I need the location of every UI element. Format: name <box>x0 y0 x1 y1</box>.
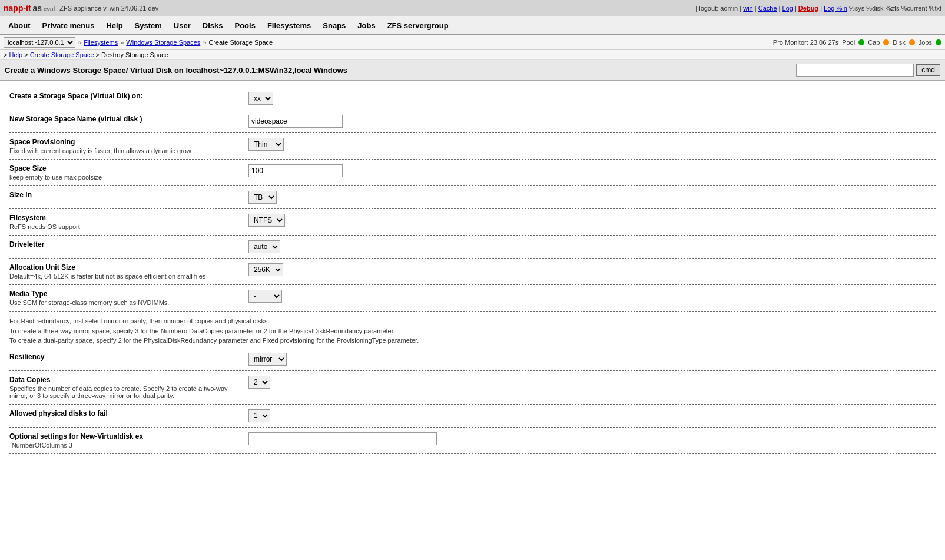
form-section-media-type: Media TypeUse SCM for storage-class memo… <box>9 285 936 312</box>
raid-info-text: For Raid redundancy, first select mirror… <box>9 312 936 348</box>
jobs-dot <box>936 39 941 45</box>
nav-jobs[interactable]: Jobs <box>352 18 381 34</box>
nav-user[interactable]: User <box>168 18 197 34</box>
win-link[interactable]: win <box>743 5 753 12</box>
sub-bc-create[interactable]: Create Storage Space <box>30 51 94 58</box>
label-col-storage-space-on: Create a Storage Space (Virtual Dik) on: <box>9 92 239 100</box>
label-col-allocation-unit-size: Allocation Unit SizeDefault=4k, 64-512K … <box>9 263 239 280</box>
nav-snaps[interactable]: Snaps <box>317 18 352 34</box>
logo-napp: napp-it <box>4 4 31 13</box>
label-col-driveletter: Driveletter <box>9 240 239 248</box>
control-col-filesystem: NTFSReFS <box>248 214 285 227</box>
form-section-storage-space-on: Create a Storage Space (Virtual Dik) on:… <box>9 87 936 110</box>
control-col-storage-space-on: xx <box>248 92 273 105</box>
form-section-data-copies: Data CopiesSpecifies the number of data … <box>9 371 936 405</box>
label-main-space-provisioning: Space Provisioning <box>9 138 239 146</box>
control-col-space-provisioning: ThinFixed <box>248 138 284 151</box>
label-col-space-size: Space Sizekeep empty to use max poolsize <box>9 164 239 181</box>
cap-label: Cap <box>868 39 880 46</box>
log-link[interactable]: Log <box>782 5 793 12</box>
label-col-allowed-physical-disks: Allowed physical disks to fail <box>9 409 239 417</box>
control-col-optional-settings <box>248 432 437 445</box>
cmd-button[interactable]: cmd <box>916 64 940 76</box>
debug-link[interactable]: Debug <box>798 5 818 12</box>
label-sub-space-size: keep empty to use max poolsize <box>9 174 239 181</box>
disk-label: Disk <box>893 39 905 46</box>
form-section-space-provisioning: Space ProvisioningFixed with current cap… <box>9 133 936 160</box>
breadcrumb-right: Pro Monitor: 23:06 27s Pool Cap Disk Job… <box>773 39 941 46</box>
label-sub-space-provisioning: Fixed with current capacity is faster, t… <box>9 147 239 154</box>
stats-text: %sys %disk %zfs %current %txt <box>849 5 941 12</box>
label-main-size-in: Size in <box>9 191 239 199</box>
control-col-media-type: -HDDSSDSCM <box>248 290 282 303</box>
label-col-media-type: Media TypeUse SCM for storage-class memo… <box>9 290 239 306</box>
space-provisioning-select[interactable]: ThinFixed <box>248 138 284 151</box>
nav-zfs-servergroup[interactable]: ZFS servergroup <box>382 18 455 34</box>
cmd-input[interactable] <box>796 64 914 77</box>
pool-dot <box>858 39 864 45</box>
breadcrumb-left: localhost~127.0.0.1 » Filesystems » Wind… <box>4 37 273 48</box>
resiliency-select[interactable]: mirrorsimpleparity <box>248 353 287 366</box>
label-sub-allocation-unit-size: Default=4k, 64-512K is faster but not as… <box>9 273 239 280</box>
space-size-input[interactable] <box>248 164 343 177</box>
label-main-resiliency: Resiliency <box>9 353 239 361</box>
breadcrumb-bar: localhost~127.0.0.1 » Filesystems » Wind… <box>0 35 945 50</box>
control-col-driveletter: auto <box>248 240 280 253</box>
allocation-unit-size-select[interactable]: 256K4K8K16K32K64K128K512K <box>248 263 283 276</box>
label-col-data-copies: Data CopiesSpecifies the number of data … <box>9 376 239 399</box>
pool-label: Pool <box>842 39 855 46</box>
form-section-storage-space-name: New Storage Space Name (virtual disk ) <box>9 110 936 133</box>
sub-bc-destroy: Destroy Storage Space <box>101 51 168 58</box>
filesystem-select[interactable]: NTFSReFS <box>248 214 285 227</box>
media-type-select[interactable]: -HDDSSDSCM <box>248 290 282 303</box>
label-col-space-provisioning: Space ProvisioningFixed with current cap… <box>9 138 239 154</box>
label-col-filesystem: FilesystemReFS needs OS support <box>9 214 239 230</box>
nav-about[interactable]: About <box>2 18 37 34</box>
sub-bc-help[interactable]: Help <box>9 51 22 58</box>
page-title: Create a Windows Storage Space/ Virtual … <box>5 66 347 75</box>
bc-windows-storage[interactable]: Windows Storage Spaces <box>126 39 200 46</box>
form-section-allowed-physical-disks: Allowed physical disks to fail12 <box>9 405 936 428</box>
nav-disks[interactable]: Disks <box>197 18 229 34</box>
form-section-allocation-unit-size: Allocation Unit SizeDefault=4k, 64-512K … <box>9 259 936 285</box>
logout-label: | logout: admin <box>695 5 738 12</box>
label-col-storage-space-name: New Storage Space Name (virtual disk ) <box>9 115 239 123</box>
form-section-driveletter: Driveletterauto <box>9 236 936 259</box>
data-copies-select[interactable]: 23 <box>248 376 270 389</box>
navbar: AboutPrivate menusHelpSystemUserDisksPoo… <box>0 16 945 35</box>
host-selector[interactable]: localhost~127.0.0.1 <box>4 37 75 48</box>
allowed-physical-disks-select[interactable]: 12 <box>248 409 270 422</box>
nav-private[interactable]: Private menus <box>37 18 101 34</box>
login-link[interactable]: Log %in <box>824 5 847 12</box>
label-sub-filesystem: ReFS needs OS support <box>9 223 239 230</box>
storage-space-name-input[interactable] <box>248 115 343 128</box>
nav-help[interactable]: Help <box>100 18 128 34</box>
storage-space-on-select[interactable]: xx <box>248 92 273 105</box>
sub-breadcrumb: > Help > Create Storage Space > Destroy … <box>0 50 945 60</box>
nav-pools[interactable]: Pools <box>228 18 261 34</box>
nav-system[interactable]: System <box>129 18 168 34</box>
label-main-allocation-unit-size: Allocation Unit Size <box>9 263 239 271</box>
bc-arrow2: » <box>120 39 124 46</box>
driveletter-select[interactable]: auto <box>248 240 280 253</box>
cache-link[interactable]: Cache <box>758 5 777 12</box>
logo: napp-it as eval <box>4 4 55 13</box>
bc-arrow1: » <box>78 39 81 46</box>
label-main-media-type: Media Type <box>9 290 239 298</box>
cmd-area: cmd <box>796 64 940 77</box>
win-label: | win | <box>740 5 758 12</box>
topbar-right: | logout: admin | win | Cache | Log | De… <box>695 5 941 12</box>
size-in-select[interactable]: TBGBMB <box>248 191 277 204</box>
control-col-resiliency: mirrorsimpleparity <box>248 353 287 366</box>
control-col-allowed-physical-disks: 12 <box>248 409 270 422</box>
bc-filesystems[interactable]: Filesystems <box>84 39 118 46</box>
label-col-optional-settings: Optional settings for New-Virtualdisk ex… <box>9 432 239 449</box>
control-col-allocation-unit-size: 256K4K8K16K32K64K128K512K <box>248 263 283 276</box>
version-text: ZFS appliance v. win 24.06.21 dev <box>59 5 158 12</box>
disk-dot <box>909 39 915 45</box>
topbar-left: napp-it as eval ZFS appliance v. win 24.… <box>4 4 158 13</box>
form-section-size-in: Size inTBGBMB <box>9 186 936 209</box>
optional-settings-input[interactable] <box>248 432 437 445</box>
nav-filesystems[interactable]: Filesystems <box>261 18 317 34</box>
label-sub-data-copies: Specifies the number of data copies to c… <box>9 385 239 399</box>
